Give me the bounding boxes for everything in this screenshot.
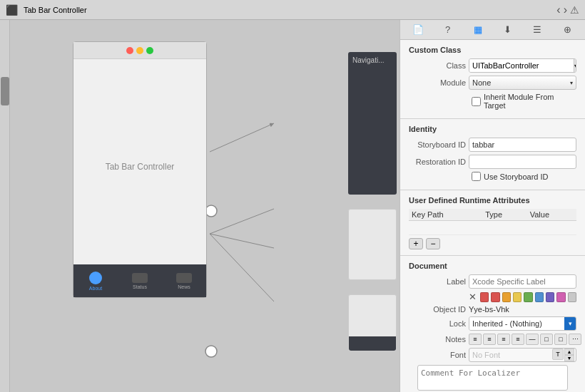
device-frame: Tab Bar Controller About Status News [73, 41, 207, 298]
swatch-blue[interactable] [535, 292, 544, 302]
svg-line-2 [210, 234, 274, 248]
label-input[interactable] [469, 274, 576, 289]
font-stepper-down[interactable]: ▼ [564, 355, 574, 361]
class-dropdown-btn[interactable]: ▾ [574, 59, 576, 72]
dot-yellow [136, 47, 143, 54]
tab-item-0: About [73, 272, 118, 291]
restoration-id-input[interactable] [469, 155, 576, 169]
nav-back-icon[interactable]: ‹ [556, 4, 560, 16]
remove-attr-btn[interactable]: − [426, 238, 440, 249]
notes-more[interactable]: ⋯ [569, 334, 581, 345]
nav-forward-icon[interactable]: › [564, 4, 567, 16]
tab-item-1: Status [118, 273, 162, 289]
svg-point-4 [205, 205, 217, 217]
module-dropdown[interactable]: None ▾ [469, 76, 576, 90]
swatch-yellow[interactable] [513, 292, 522, 302]
swatch-green[interactable] [524, 292, 532, 302]
device-titlebar [73, 42, 206, 59]
svg-point-5 [205, 346, 217, 357]
lock-arrow[interactable]: ▾ [564, 317, 576, 330]
notes-align-left[interactable]: ≡ [469, 334, 482, 345]
storyboard-canvas: Tab Bar Controller About Status News [10, 20, 400, 392]
restoration-id-row: Restoration ID [409, 155, 576, 169]
font-label: Font [409, 351, 466, 359]
lock-dropdown[interactable]: Inherited - (Nothing) ▾ [469, 316, 576, 331]
notes-row: Notes ≡ ≡ ≡ ≡ — □ □ ⋯ [409, 334, 576, 345]
label-row: Label [409, 274, 576, 289]
font-input-area: No Font T ▲ ▼ [469, 348, 576, 362]
storyboard-id-label: Storyboard ID [409, 140, 466, 149]
identity-section: Identity Storyboard ID tabbar Restoratio… [400, 119, 585, 190]
svg-line-1 [210, 209, 274, 234]
dot-green [146, 47, 153, 54]
notes-box1[interactable]: □ [540, 334, 553, 345]
tab-label-status: Status [133, 284, 147, 289]
swatch-red[interactable] [480, 292, 489, 302]
inspector-attributes-icon[interactable]: ⬇ [499, 22, 515, 38]
swatch-x-btn[interactable]: ✕ [469, 292, 477, 302]
document-section: Document Label ✕ Object ID [400, 256, 585, 392]
comment-input[interactable] [417, 365, 568, 391]
font-stepper: ▲ ▼ [564, 349, 574, 361]
panel-3-tabbar [349, 336, 396, 351]
navigation-label: Navigati... [348, 52, 397, 68]
class-row: Class ▾ [409, 58, 576, 73]
swatch-orange[interactable] [502, 292, 511, 302]
title-nav: ‹ › ⚠ [556, 4, 579, 16]
notes-toolbar: ≡ ≡ ≡ ≡ — □ □ ⋯ [469, 334, 581, 345]
use-storyboard-label: Use Storyboard ID [484, 172, 548, 181]
custom-class-section: Custom Class Class ▾ Module None ▾ Inher… [400, 40, 585, 119]
custom-class-title: Custom Class [409, 46, 576, 54]
inspector-file-icon[interactable]: 📄 [410, 22, 426, 38]
inherit-checkbox[interactable] [472, 97, 481, 106]
panel-2 [348, 209, 397, 280]
inherit-label: Inherit Module From Target [484, 93, 576, 110]
notes-dash[interactable]: — [526, 334, 539, 345]
object-id-label: Object ID [409, 305, 466, 314]
class-input-container[interactable]: ▾ [469, 58, 576, 73]
device-tabbar: About Status News [73, 264, 206, 297]
tab-dot-status [132, 273, 148, 283]
main-area: Tab Bar Controller About Status News [0, 20, 585, 392]
inherit-row: Inherit Module From Target [472, 93, 576, 110]
user-defined-title: User Defined Runtime Attributes [409, 196, 576, 205]
font-placeholder: No Font [472, 351, 500, 359]
window-title: Tab Bar Controller [24, 6, 87, 14]
svg-line-0 [210, 123, 274, 152]
swatch-pink[interactable] [556, 292, 565, 302]
inspector-identity-icon[interactable]: ▦ [470, 22, 486, 38]
col-value: Value [527, 209, 576, 221]
notes-align-justify[interactable]: ≡ [512, 334, 524, 345]
swatch-purple[interactable] [546, 292, 554, 302]
inspector-help-icon[interactable]: ? [440, 22, 456, 38]
tab-dot-active [89, 272, 102, 284]
add-attr-btn[interactable]: + [409, 238, 423, 249]
navigation-panel: Navigati... [348, 52, 397, 195]
warning-icon: ⚠ [570, 4, 579, 16]
notes-align-right[interactable]: ≡ [497, 334, 510, 345]
notes-label: Notes [409, 335, 466, 344]
module-row: Module None ▾ [409, 76, 576, 90]
swatch-gray[interactable] [568, 292, 576, 302]
module-value: None [472, 78, 491, 87]
class-input[interactable] [469, 59, 574, 72]
inspector-bindings-icon[interactable]: ⊕ [559, 22, 575, 38]
inspector-connections-icon[interactable]: ☰ [529, 22, 545, 38]
lock-row: Lock Inherited - (Nothing) ▾ [409, 316, 576, 331]
font-T-btn[interactable]: T [552, 349, 564, 360]
swatch-red2[interactable] [491, 292, 499, 302]
tab-dot-news [176, 273, 192, 283]
notes-box2[interactable]: □ [554, 334, 567, 345]
object-id-row: Object ID Yye-bs-Vhk [409, 305, 576, 314]
tab-label-news: News [178, 284, 190, 289]
font-stepper-up[interactable]: ▲ [564, 349, 574, 355]
font-row: Font No Font T ▲ ▼ [409, 348, 576, 362]
left-scrollbar[interactable] [1, 77, 9, 105]
storyboard-id-input[interactable]: tabbar [469, 138, 576, 152]
canvas-area: Tab Bar Controller About Status News [10, 20, 400, 392]
use-storyboard-checkbox[interactable] [472, 172, 481, 181]
notes-align-center[interactable]: ≡ [483, 334, 496, 345]
storyboard-id-row: Storyboard ID tabbar [409, 138, 576, 152]
use-storyboard-row: Use Storyboard ID [472, 172, 576, 181]
restoration-id-label: Restoration ID [409, 158, 466, 166]
